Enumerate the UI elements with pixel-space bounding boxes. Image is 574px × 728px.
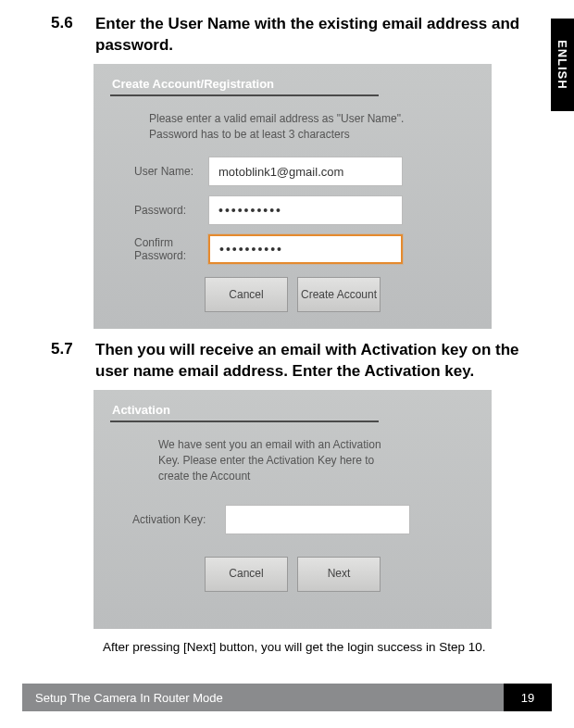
- username-field[interactable]: motoblink1@gmail.com: [208, 157, 403, 186]
- username-label: User Name:: [134, 165, 199, 178]
- help-text: Please enter a valid email address as "U…: [108, 111, 477, 143]
- language-tab: ENLISH: [551, 19, 574, 111]
- note-text: After pressing [Next] button, you will g…: [103, 640, 532, 654]
- figure-create-account: Create Account/Registration Please enter…: [94, 64, 492, 330]
- divider: [110, 420, 379, 422]
- confirm-password-label: Confirm Password:: [134, 236, 199, 263]
- footer-section: Setup The Camera In Router Mode: [22, 684, 504, 711]
- page-number: 19: [504, 684, 552, 711]
- activation-key-label: Activation Key:: [132, 513, 216, 526]
- create-account-button[interactable]: Create Account: [297, 277, 381, 312]
- divider: [110, 94, 379, 96]
- figure-activation: Activation We have sent you an email wit…: [94, 390, 492, 629]
- password-label: Password:: [134, 204, 199, 217]
- step-number-56: 5.6: [51, 14, 79, 56]
- step-text-57: Then you will receive an email with Acti…: [95, 340, 532, 383]
- activation-key-field[interactable]: [225, 505, 410, 534]
- step-text-56: Enter the User Name with the existing em…: [95, 14, 532, 56]
- cancel-button[interactable]: Cancel: [205, 557, 288, 592]
- next-button[interactable]: Next: [297, 557, 381, 592]
- help-text: We have sent you an email with an Activa…: [108, 437, 477, 483]
- cancel-button[interactable]: Cancel: [205, 277, 288, 312]
- dialog-title: Activation: [112, 403, 477, 417]
- dialog-title: Create Account/Registration: [112, 77, 477, 91]
- language-tab-label: ENLISH: [555, 40, 569, 90]
- confirm-password-field[interactable]: ••••••••••: [208, 234, 403, 264]
- step-number-57: 5.7: [51, 340, 79, 383]
- password-field[interactable]: ••••••••••: [208, 195, 403, 225]
